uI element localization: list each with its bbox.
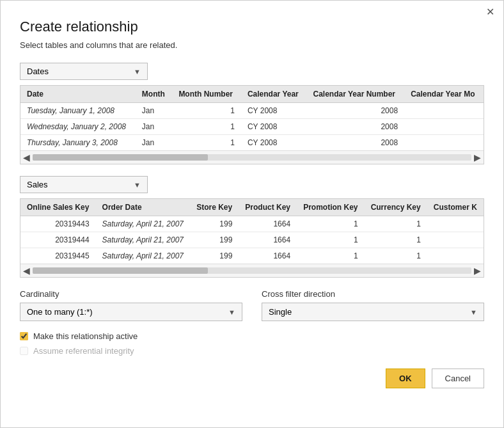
t1-r3-date: Thursday, January 3, 2008 bbox=[20, 135, 136, 151]
dialog-title: Create relationship bbox=[20, 19, 484, 35]
t2-r3-customer bbox=[427, 248, 484, 264]
t1-r1-date: Tuesday, January 1, 2008 bbox=[20, 103, 136, 119]
table2-scrollbar[interactable]: ◀ ▶ bbox=[20, 264, 484, 277]
t1-r1-cyn: 2008 bbox=[307, 103, 405, 119]
table2-col-online-sales-key: Online Sales Key bbox=[20, 199, 96, 216]
t2-r2-key: 20319444 bbox=[20, 232, 96, 248]
t2-r2-customer bbox=[427, 232, 484, 248]
t2-r1-store: 199 bbox=[190, 216, 239, 232]
table1-scrollbar[interactable]: ◀ ▶ bbox=[20, 150, 484, 164]
t2-r2-promo: 1 bbox=[297, 232, 364, 248]
t1-r1-cy: CY 2008 bbox=[241, 103, 307, 119]
t2-r1-customer bbox=[427, 216, 484, 232]
table1-data-table: Date Month Month Number Calendar Year Ca… bbox=[20, 86, 484, 150]
table1-selected-value: Dates bbox=[27, 67, 49, 76]
scroll-right-arrow[interactable]: ▶ bbox=[474, 152, 481, 162]
t2-r3-product: 1664 bbox=[239, 248, 297, 264]
t1-r2-cy: CY 2008 bbox=[241, 119, 307, 135]
dialog-footer: OK Cancel bbox=[20, 369, 484, 388]
t2-r2-store: 199 bbox=[190, 232, 239, 248]
table-row: Tuesday, January 1, 2008 Jan 1 CY 2008 2… bbox=[20, 103, 484, 119]
ok-button[interactable]: OK bbox=[386, 369, 425, 388]
t1-r2-more bbox=[404, 119, 484, 135]
table-row: 20319443 Saturday, April 21, 2007 199 16… bbox=[20, 216, 484, 232]
cardinality-group: Cardinality One to many (1:*) ▼ bbox=[20, 289, 242, 321]
create-relationship-dialog: ✕ Create relationship Select tables and … bbox=[0, 0, 504, 428]
scroll2-right-arrow[interactable]: ▶ bbox=[474, 266, 481, 276]
cross-filter-label: Cross filter direction bbox=[262, 289, 484, 299]
scroll2-thumb[interactable] bbox=[33, 267, 208, 274]
scroll-track[interactable] bbox=[33, 154, 471, 161]
table2-selector[interactable]: Sales ▼ bbox=[20, 176, 148, 193]
t2-r3-date: Saturday, April 21, 2007 bbox=[96, 248, 191, 264]
table2-col-promotion-key: Promotion Key bbox=[297, 199, 364, 216]
table2-header-row: Online Sales Key Order Date Store Key Pr… bbox=[20, 199, 484, 216]
table2-data-table: Online Sales Key Order Date Store Key Pr… bbox=[20, 199, 484, 264]
table2-selected-value: Sales bbox=[27, 180, 48, 189]
table2-col-store-key: Store Key bbox=[190, 199, 239, 216]
integrity-checkbox-row: Assume referential integrity bbox=[20, 346, 484, 356]
t2-r1-currency: 1 bbox=[365, 216, 427, 232]
cross-filter-dropdown[interactable]: Single ▼ bbox=[262, 303, 484, 321]
cardinality-selected: One to many (1:*) bbox=[27, 307, 93, 317]
t1-r2-month-num: 1 bbox=[172, 119, 241, 135]
table1-selector[interactable]: Dates ▼ bbox=[20, 63, 148, 80]
integrity-checkbox-label: Assume referential integrity bbox=[33, 346, 134, 356]
table-row: 20319445 Saturday, April 21, 2007 199 16… bbox=[20, 248, 484, 264]
table1-col-calendar-year: Calendar Year bbox=[241, 86, 307, 103]
table2-col-customer: Customer K bbox=[427, 199, 484, 216]
active-checkbox-row[interactable]: Make this relationship active bbox=[20, 331, 484, 341]
cardinality-dropdown[interactable]: One to many (1:*) ▼ bbox=[20, 303, 242, 321]
table2-col-product-key: Product Key bbox=[239, 199, 297, 216]
table2-col-order-date: Order Date bbox=[96, 199, 191, 216]
t2-r1-date: Saturday, April 21, 2007 bbox=[96, 216, 191, 232]
t1-r1-month: Jan bbox=[136, 103, 173, 119]
t2-r1-promo: 1 bbox=[297, 216, 364, 232]
table2-col-currency-key: Currency Key bbox=[365, 199, 427, 216]
cross-filter-selected: Single bbox=[269, 307, 292, 317]
dialog-subtitle: Select tables and columns that are relat… bbox=[20, 40, 484, 50]
cross-filter-arrow: ▼ bbox=[470, 308, 477, 316]
table1-dropdown-arrow: ▼ bbox=[134, 68, 141, 75]
table1-col-date: Date bbox=[20, 86, 136, 103]
table1-col-month: Month bbox=[136, 86, 173, 103]
table2-dropdown-arrow: ▼ bbox=[134, 181, 141, 189]
active-checkbox-label: Make this relationship active bbox=[33, 331, 138, 341]
scroll2-left-arrow[interactable]: ◀ bbox=[23, 266, 30, 276]
table2-data-wrap: Online Sales Key Order Date Store Key Pr… bbox=[20, 198, 484, 278]
t1-r3-month: Jan bbox=[136, 135, 173, 151]
scroll2-track[interactable] bbox=[33, 267, 471, 274]
t2-r3-promo: 1 bbox=[297, 248, 364, 264]
integrity-checkbox[interactable] bbox=[20, 347, 28, 355]
close-button[interactable]: ✕ bbox=[486, 7, 494, 17]
t2-r2-date: Saturday, April 21, 2007 bbox=[96, 232, 191, 248]
t2-r2-product: 1664 bbox=[239, 232, 297, 248]
cardinality-arrow: ▼ bbox=[228, 308, 235, 316]
t2-r3-key: 20319445 bbox=[20, 248, 96, 264]
table1-col-calendar-year-number: Calendar Year Number bbox=[307, 86, 405, 103]
t1-r1-more bbox=[404, 103, 484, 119]
scroll-thumb[interactable] bbox=[33, 154, 208, 161]
table-row: Thursday, January 3, 2008 Jan 1 CY 2008 … bbox=[20, 135, 484, 151]
active-checkbox[interactable] bbox=[20, 332, 28, 340]
t1-r3-month-num: 1 bbox=[172, 135, 241, 151]
t1-r3-more bbox=[404, 135, 484, 151]
t2-r3-store: 199 bbox=[190, 248, 239, 264]
table1-col-month-number: Month Number bbox=[172, 86, 241, 103]
t1-r3-cyn: 2008 bbox=[307, 135, 405, 151]
options-row: Cardinality One to many (1:*) ▼ Cross fi… bbox=[20, 289, 484, 321]
cardinality-label: Cardinality bbox=[20, 289, 242, 299]
cancel-button[interactable]: Cancel bbox=[432, 369, 484, 388]
table-row: Wednesday, January 2, 2008 Jan 1 CY 2008… bbox=[20, 119, 484, 135]
t1-r2-date: Wednesday, January 2, 2008 bbox=[20, 119, 136, 135]
t1-r2-cyn: 2008 bbox=[307, 119, 405, 135]
t2-r1-key: 20319443 bbox=[20, 216, 96, 232]
table1-header-row: Date Month Month Number Calendar Year Ca… bbox=[20, 86, 484, 103]
t1-r3-cy: CY 2008 bbox=[241, 135, 307, 151]
table-row: 20319444 Saturday, April 21, 2007 199 16… bbox=[20, 232, 484, 248]
t1-r1-month-num: 1 bbox=[172, 103, 241, 119]
scroll-left-arrow[interactable]: ◀ bbox=[23, 152, 30, 162]
t1-r2-month: Jan bbox=[136, 119, 173, 135]
t2-r1-product: 1664 bbox=[239, 216, 297, 232]
cross-filter-group: Cross filter direction Single ▼ bbox=[262, 289, 484, 321]
